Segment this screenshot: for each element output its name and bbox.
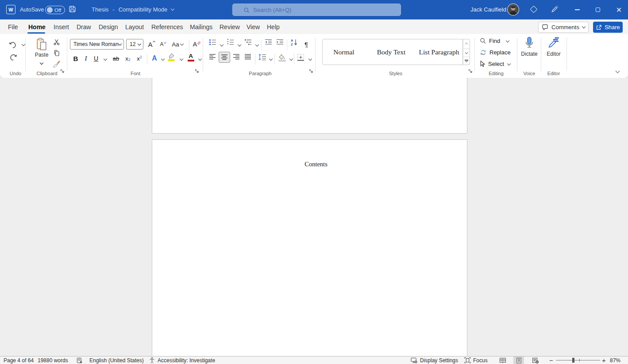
multilevel-list-button[interactable]	[244, 38, 252, 50]
autosave-toggle[interactable]: Off	[45, 6, 65, 14]
increase-indent-button[interactable]	[276, 38, 284, 50]
font-color-button[interactable]: A	[186, 53, 196, 64]
shading-chevron[interactable]	[289, 57, 293, 61]
grow-font-button[interactable]: A	[146, 38, 157, 50]
clear-formatting-button[interactable]: A	[191, 38, 203, 50]
word-count[interactable]: 19880 words	[38, 356, 68, 364]
read-mode-button[interactable]	[497, 356, 508, 364]
style-body-text[interactable]: Body Text	[374, 39, 409, 65]
text-effects-button[interactable]: A	[150, 53, 159, 64]
tab-view[interactable]: View	[246, 19, 261, 34]
tab-references[interactable]: References	[150, 19, 184, 34]
maximize-button[interactable]	[589, 0, 607, 19]
dictate-button[interactable]: Dictate	[519, 37, 540, 57]
style-list-paragraph[interactable]: List Paragraph	[417, 39, 461, 65]
line-spacing-button[interactable]	[258, 54, 266, 65]
justify-button[interactable]	[244, 54, 251, 65]
copy-button[interactable]	[53, 50, 60, 58]
tab-help[interactable]: Help	[266, 19, 281, 34]
font-name-combobox[interactable]: Times New Roman	[70, 39, 124, 50]
text-effects-chevron[interactable]	[161, 57, 165, 61]
editor-button[interactable]: Editor	[543, 37, 565, 57]
web-layout-button[interactable]	[530, 356, 541, 364]
paragraph-dialog-launcher[interactable]	[309, 67, 313, 75]
zoom-level[interactable]: 87%	[610, 356, 620, 364]
document-canvas[interactable]: Contents	[0, 78, 628, 356]
save-button[interactable]	[69, 5, 76, 15]
display-settings-button[interactable]: Display Settings	[411, 356, 458, 364]
borders-button[interactable]	[297, 54, 304, 65]
tab-layout[interactable]: Layout	[124, 19, 145, 34]
rewards-diamond-icon[interactable]	[530, 6, 538, 13]
replace-button[interactable]: b c Replace	[480, 49, 511, 56]
styles-scroll-up[interactable]	[463, 39, 470, 48]
focus-button[interactable]: Focus	[464, 356, 488, 364]
bullets-chevron[interactable]	[220, 43, 223, 46]
strikethrough-button[interactable]: ab	[111, 53, 121, 64]
italic-button[interactable]: I	[82, 53, 89, 64]
zoom-slider-thumb[interactable]	[572, 358, 574, 363]
zoom-out-button[interactable]: −	[549, 356, 553, 364]
select-button[interactable]: Select	[480, 61, 510, 67]
tab-mailings[interactable]: Mailings	[189, 19, 213, 34]
collapse-ribbon-chevron[interactable]	[616, 69, 620, 73]
tab-file[interactable]: File	[7, 19, 19, 34]
paste-button[interactable]: Paste	[33, 38, 50, 66]
avatar[interactable]	[507, 4, 519, 15]
change-case-button[interactable]: Aa	[170, 38, 185, 50]
language-status[interactable]: English (United States)	[89, 356, 144, 364]
style-normal[interactable]: Normal	[326, 39, 362, 65]
sort-button[interactable]: A Z	[290, 38, 298, 50]
highlight-button[interactable]	[167, 53, 177, 64]
document-title[interactable]: Thesis - Compatibility Mode	[92, 6, 174, 13]
tab-insert[interactable]: Insert	[53, 19, 70, 34]
proofing-status[interactable]	[76, 356, 83, 364]
find-button[interactable]: Find	[480, 38, 509, 44]
font-color-chevron[interactable]	[198, 57, 202, 61]
show-paragraph-marks-button[interactable]: ¶	[302, 38, 311, 50]
font-dialog-launcher[interactable]	[195, 67, 199, 75]
styles-gallery-expand[interactable]	[463, 57, 470, 65]
share-button[interactable]: Share	[593, 22, 623, 33]
clipboard-dialog-launcher[interactable]	[60, 67, 65, 75]
bullets-button[interactable]	[209, 38, 216, 50]
shrink-font-button[interactable]: A	[158, 38, 168, 50]
styles-dialog-launcher[interactable]	[468, 67, 473, 75]
zoom-in-button[interactable]: +	[602, 356, 606, 364]
redo-button[interactable]	[7, 51, 19, 62]
tab-review[interactable]: Review	[219, 19, 241, 34]
cut-button[interactable]	[53, 38, 60, 47]
format-painter-button[interactable]	[53, 60, 61, 70]
user-name[interactable]: Jack Caulfield	[470, 6, 506, 13]
comments-button[interactable]: Comments	[538, 22, 589, 33]
highlight-chevron[interactable]	[180, 57, 183, 61]
zoom-slider-track[interactable]	[556, 360, 600, 360]
page-indicator[interactable]: Page 4 of 64	[4, 356, 34, 364]
underline-button[interactable]: U	[92, 53, 100, 64]
tab-design[interactable]: Design	[98, 19, 119, 34]
accessibility-status[interactable]: Accessibility: Investigate	[149, 356, 215, 364]
numbering-chevron[interactable]	[238, 43, 241, 46]
word-app-icon[interactable]: W	[6, 5, 15, 14]
line-spacing-chevron[interactable]	[269, 57, 273, 61]
tab-draw[interactable]: Draw	[76, 19, 92, 34]
undo-button[interactable]	[7, 38, 19, 50]
align-right-button[interactable]	[233, 54, 240, 65]
styles-scroll-down[interactable]	[463, 48, 470, 57]
underline-dropdown-chevron[interactable]	[104, 57, 107, 61]
multilevel-chevron[interactable]	[255, 43, 259, 46]
close-button[interactable]: ✕	[610, 0, 628, 19]
align-center-button[interactable]	[219, 52, 230, 63]
borders-chevron[interactable]	[308, 57, 312, 61]
font-size-combobox[interactable]: 12	[126, 39, 143, 50]
decrease-indent-button[interactable]	[265, 38, 272, 50]
undo-dropdown-chevron[interactable]	[22, 42, 25, 46]
superscript-button[interactable]: x2	[135, 53, 144, 64]
ink-pen-icon[interactable]	[551, 5, 559, 15]
search-input[interactable]: Search (Alt+Q)	[232, 4, 401, 16]
numbering-button[interactable]	[227, 38, 234, 50]
subscript-button[interactable]: x2	[123, 53, 133, 64]
minimize-button[interactable]	[568, 0, 586, 19]
shading-button[interactable]	[278, 54, 286, 65]
align-left-button[interactable]	[209, 54, 216, 65]
